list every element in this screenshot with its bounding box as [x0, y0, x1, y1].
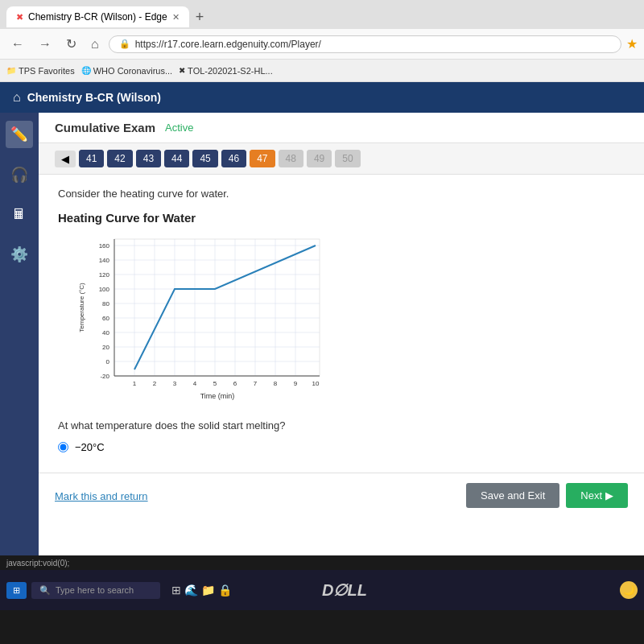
settings-icon[interactable]: ⚙️ [6, 241, 33, 268]
tab-favicon: ✖ [16, 12, 23, 23]
bookmark-tps[interactable]: 📁 TPS Favorites [6, 66, 75, 76]
svg-text:10: 10 [312, 380, 320, 387]
nav-bar: ← → ↻ ⌂ 🔒 https://r17.core.learn.edgenui… [0, 29, 644, 60]
question-num-41[interactable]: 41 [79, 150, 104, 167]
svg-text:-20: -20 [100, 373, 109, 380]
address-bar[interactable]: 🔒 https://r17.core.learn.edgenuity.com/P… [109, 35, 621, 53]
app-header: ⌂ Chemistry B-CR (Wilson) [0, 82, 644, 113]
question-num-47[interactable]: 47 [250, 150, 275, 167]
svg-text:160: 160 [99, 242, 110, 250]
next-arrow-icon: ▶ [605, 489, 613, 502]
question-num-50: 50 [335, 150, 360, 167]
chart-container: Heating Curve for Water [58, 211, 625, 408]
new-tab-btn[interactable]: + [189, 9, 211, 26]
exam-header: Cumulative Exam Active [39, 113, 644, 143]
next-btn-label: Next [580, 489, 602, 502]
bookmark-who[interactable]: 🌐 WHO Coronavirus... [81, 66, 172, 76]
refresh-btn[interactable]: ↻ [61, 35, 81, 53]
svg-text:80: 80 [102, 300, 109, 308]
svg-text:3: 3 [173, 380, 177, 387]
exam-title: Cumulative Exam [55, 121, 155, 134]
task-view-icon[interactable]: ⊞ [171, 584, 181, 597]
file-explorer-icon[interactable]: 📁 [201, 584, 215, 597]
bottom-actions: Save and Exit Next ▶ [466, 483, 628, 508]
app-title: Chemistry B-CR (Wilson) [27, 91, 161, 104]
bookmark-tol-label: TOL-202021-S2-HL... [188, 66, 273, 76]
chart-title: Heating Curve for Water [58, 211, 625, 225]
taskbar-right: 🌙 [620, 581, 638, 599]
moon-icon: 🌙 [620, 581, 638, 599]
search-placeholder: Type here to search [56, 585, 134, 595]
svg-text:4: 4 [193, 380, 197, 387]
bookmark-star-btn[interactable]: ★ [626, 36, 638, 52]
svg-text:0: 0 [106, 358, 110, 365]
question-num-43[interactable]: 43 [136, 150, 161, 167]
main-area: ✏️ 🎧 🖩 ⚙️ Cumulative Exam Active ◀ 41 42… [0, 113, 644, 555]
save-exit-btn[interactable]: Save and Exit [466, 483, 559, 508]
home-btn[interactable]: ⌂ [86, 35, 104, 53]
question-area: Consider the heating curve for water. He… [39, 175, 644, 473]
content-area: Cumulative Exam Active ◀ 41 42 43 44 45 … [39, 113, 644, 555]
svg-text:20: 20 [102, 344, 109, 351]
mark-return-link[interactable]: Mark this and return [55, 490, 148, 502]
svg-text:6: 6 [233, 380, 237, 387]
active-tab[interactable]: ✖ Chemistry B-CR (Wilson) - Edge ✕ [6, 6, 189, 27]
question-prompt: Consider the heating curve for water. [58, 188, 625, 200]
calculator-icon[interactable]: 🖩 [7, 201, 31, 228]
tab-close-btn[interactable]: ✕ [172, 12, 180, 23]
lock-taskbar-icon[interactable]: 🔒 [218, 584, 232, 597]
svg-text:40: 40 [102, 329, 109, 336]
heating-curve-chart: -20 0 20 40 60 80 100 120 140 160 1 2 3 … [74, 231, 332, 408]
start-icon: ⊞ [13, 585, 20, 596]
address-text: https://r17.core.learn.edgenuity.com/Pla… [135, 39, 321, 50]
start-btn[interactable]: ⊞ [6, 582, 27, 599]
svg-text:5: 5 [213, 380, 217, 387]
taskbar-system-icons: ⊞ 🌊 📁 🔒 [171, 584, 232, 597]
exam-status: Active [165, 122, 193, 134]
svg-rect-0 [114, 239, 320, 376]
svg-text:Temperature (°C): Temperature (°C) [78, 283, 85, 332]
svg-text:120: 120 [99, 271, 110, 279]
status-text: javascript:void(0); [6, 559, 69, 568]
forward-btn[interactable]: → [34, 35, 56, 53]
edge-icon[interactable]: 🌊 [184, 584, 198, 597]
tab-bar: ✖ Chemistry B-CR (Wilson) - Edge ✕ + [0, 0, 644, 29]
bookmark-tol[interactable]: ✖ TOL-202021-S2-HL... [179, 66, 273, 76]
question-num-45[interactable]: 45 [192, 150, 217, 167]
next-btn[interactable]: Next ▶ [566, 483, 628, 508]
bookmark-globe-icon: 🌐 [81, 66, 91, 75]
search-bar[interactable]: 🔍 Type here to search [31, 582, 160, 599]
svg-text:2: 2 [153, 380, 157, 387]
status-bar: javascript:void(0); [0, 555, 644, 570]
headphone-icon[interactable]: 🎧 [6, 161, 33, 188]
bottom-bar: Mark this and return Save and Exit Next … [39, 473, 644, 518]
question-num-42[interactable]: 42 [107, 150, 132, 167]
bookmark-x-icon: ✖ [179, 66, 185, 75]
question-text: At what temperature does the solid start… [58, 419, 625, 431]
question-num-44[interactable]: 44 [164, 150, 189, 167]
question-num-49: 49 [307, 150, 332, 167]
search-icon: 🔍 [39, 585, 51, 596]
answer-option-1: −20°C [58, 441, 625, 453]
mark-return-group: Mark this and return [55, 489, 148, 503]
bookmark-tps-label: TPS Favorites [19, 66, 75, 76]
prev-question-btn[interactable]: ◀ [55, 151, 76, 167]
svg-text:60: 60 [102, 315, 109, 322]
back-btn[interactable]: ← [6, 35, 29, 53]
bookmark-folder-icon: 📁 [6, 66, 16, 75]
svg-text:100: 100 [99, 286, 110, 293]
svg-text:1: 1 [133, 380, 137, 387]
question-nav: ◀ 41 42 43 44 45 46 47 48 49 50 [39, 143, 644, 175]
question-num-46[interactable]: 46 [221, 150, 246, 167]
app-home-icon[interactable]: ⌂ [13, 90, 21, 105]
answer-radio-1[interactable] [58, 442, 68, 452]
sidebar: ✏️ 🎧 🖩 ⚙️ [0, 113, 39, 555]
tab-title: Chemistry B-CR (Wilson) - Edge [28, 11, 167, 23]
svg-text:7: 7 [254, 380, 258, 387]
answer-label-1[interactable]: −20°C [75, 441, 105, 453]
taskbar: ⊞ 🔍 Type here to search ⊞ 🌊 📁 🔒 D∅LL 🌙 [0, 570, 644, 610]
svg-text:Time (min): Time (min) [200, 392, 235, 400]
browser-chrome: ✖ Chemistry B-CR (Wilson) - Edge ✕ + ← →… [0, 0, 644, 82]
pencil-icon[interactable]: ✏️ [6, 121, 33, 148]
svg-text:8: 8 [274, 380, 278, 387]
